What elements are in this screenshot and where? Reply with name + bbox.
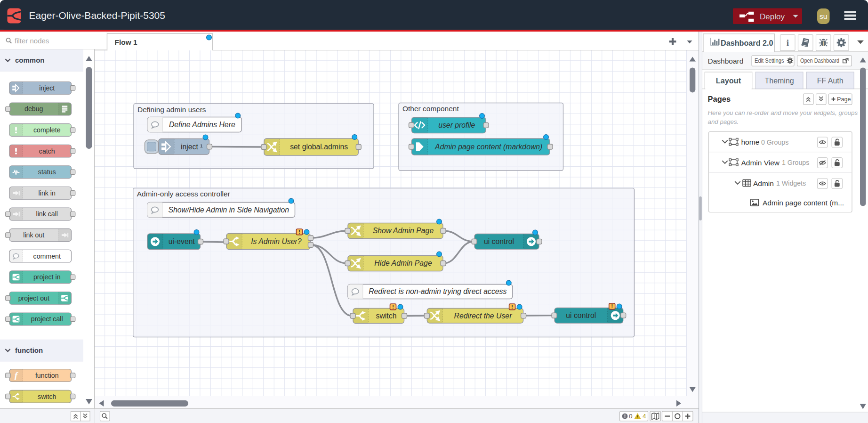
svg-text:complete: complete [33,126,61,134]
svg-text:ui control: ui control [484,237,514,245]
svg-text:Redirect is non-admin trying d: Redirect is non-admin trying direct acce… [369,287,506,295]
svg-text:debug: debug [24,105,43,113]
svg-text:Is Admin User?: Is Admin User? [251,237,302,245]
svg-text:Open Dashboard: Open Dashboard [800,57,839,64]
svg-text:project out: project out [18,294,49,302]
svg-text:set global.admins: set global.admins [290,143,348,151]
svg-text:Admin page content (m...: Admin page content (m... [763,199,844,207]
svg-text:0 Groups: 0 Groups [761,138,788,146]
svg-text:Layout: Layout [716,76,741,85]
svg-text:FF Auth: FF Auth [817,77,844,85]
svg-text:inject: inject [39,84,55,92]
svg-text:su: su [820,12,827,20]
svg-text:Here you can re-order and move: Here you can re-order and move your widg… [708,109,858,116]
svg-text:Dashboard 2.0: Dashboard 2.0 [721,39,773,47]
svg-text:Other component: Other component [402,105,459,113]
svg-text:Defining admin users: Defining admin users [137,106,206,114]
svg-text:user profile: user profile [438,121,475,129]
svg-text:Admin page content (markdown): Admin page content (markdown) [434,143,542,151]
svg-text:common: common [15,56,45,64]
svg-text:Show/Hide Admin in Side Naviga: Show/Hide Admin in Side Navigation [168,206,289,214]
svg-text:catch: catch [39,147,55,155]
svg-text:filter nodes: filter nodes [15,37,49,45]
svg-text:ui control: ui control [566,311,596,319]
svg-text:Page: Page [837,96,851,103]
svg-text:Admin: Admin [753,179,774,187]
svg-text:inject ¹: inject ¹ [181,143,203,151]
svg-text:project in: project in [33,273,61,281]
svg-text:Hide Admin Page: Hide Admin Page [374,259,432,267]
svg-text:Flow 1: Flow 1 [115,38,138,46]
svg-text:1 Groups: 1 Groups [782,159,809,166]
svg-text:switch: switch [376,312,397,320]
svg-text:Deploy: Deploy [760,12,785,21]
svg-text:Edit Settings: Edit Settings [755,57,784,64]
svg-text:project call: project call [31,315,63,323]
svg-text:1 Widgets: 1 Widgets [776,179,806,187]
svg-text:Eager-Olive-Backed-Pipit-5305: Eager-Olive-Backed-Pipit-5305 [29,10,165,21]
svg-text:switch: switch [38,393,56,400]
svg-text:0: 0 [629,413,633,420]
svg-text:!: ! [298,229,300,235]
svg-text:Pages: Pages [708,95,731,103]
svg-text:Theming: Theming [764,77,794,85]
svg-text:Define Admins Here: Define Admins Here [169,121,235,129]
svg-text:4: 4 [643,413,646,420]
svg-text:Admin-only access controller: Admin-only access controller [137,190,230,198]
svg-text:i: i [787,38,789,48]
svg-text:link call: link call [36,210,58,218]
svg-text:Admin View: Admin View [741,159,780,167]
svg-text:and pages.: and pages. [708,118,739,125]
svg-text:status: status [38,168,56,176]
svg-text:function: function [15,346,43,354]
svg-text:Dashboard: Dashboard [708,57,744,65]
svg-text:function: function [35,372,59,379]
svg-text:link out: link out [23,231,44,239]
svg-text:comment: comment [33,252,61,260]
svg-text:Show Admin Page: Show Admin Page [373,227,434,235]
svg-text:!: ! [511,304,513,309]
svg-text:link in: link in [39,189,56,197]
svg-text:home: home [741,138,760,146]
svg-text:ui-event: ui-event [169,237,195,245]
svg-text:Redirect the User: Redirect the User [454,312,512,320]
svg-text:!: ! [611,303,613,309]
svg-text:!: ! [392,304,394,309]
